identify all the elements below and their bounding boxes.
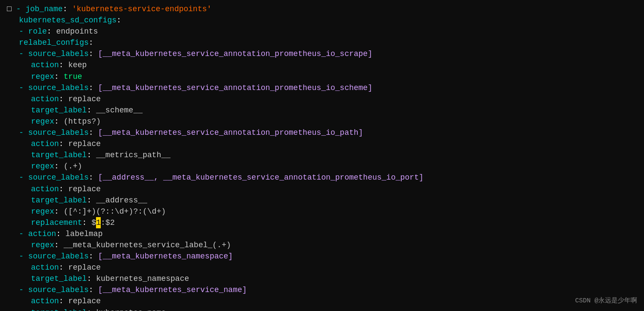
code-line: kubernetes_sd_configs: xyxy=(7,15,637,26)
code-token: (https?) xyxy=(64,116,101,127)
code-token: : xyxy=(59,295,68,307)
code-line: action: replace xyxy=(7,93,637,105)
code-line: action: replace xyxy=(7,183,637,195)
code-token: - xyxy=(19,48,28,59)
code-token: 'kubernetes-service-endpoints' xyxy=(72,3,211,15)
code-line: - source_labels: [__meta_kubernetes_serv… xyxy=(7,284,637,295)
code-token: source_labels xyxy=(28,251,89,262)
code-line: target_label: __metrics_path__ xyxy=(7,149,637,161)
code-token: : xyxy=(47,26,56,37)
code-line: target_label: kubernetes_name xyxy=(7,307,637,311)
code-token: kubernetes_name xyxy=(96,307,166,311)
code-token: kubernetes_sd_configs xyxy=(19,15,117,26)
code-token: - xyxy=(19,82,28,93)
code-token: : xyxy=(89,127,98,138)
code-token: source_labels xyxy=(28,82,89,93)
code-token: labelmap xyxy=(65,228,102,239)
code-token: : xyxy=(59,138,68,149)
code-token: true xyxy=(64,71,82,82)
code-token: replace xyxy=(68,93,101,105)
code-token: replace xyxy=(68,138,101,149)
code-token: target_label xyxy=(31,105,87,116)
highlighted-char: 1 xyxy=(96,217,101,228)
code-line: - source_labels: [__meta_kubernetes_serv… xyxy=(7,82,637,93)
code-token: regex xyxy=(31,116,54,127)
code-token: : xyxy=(87,149,96,161)
code-token: : xyxy=(87,307,96,311)
code-line: action: keep xyxy=(7,59,637,71)
code-line: - source_labels: [__meta_kubernetes_name… xyxy=(7,251,637,262)
code-token: source_labels xyxy=(28,127,89,138)
code-token: action xyxy=(31,262,59,273)
code-line: - source_labels: [__meta_kubernetes_serv… xyxy=(7,48,637,59)
code-token: :$2 xyxy=(101,217,115,228)
code-token: □ xyxy=(7,3,12,15)
code-line: target_label: __scheme__ xyxy=(7,105,637,116)
code-token: : xyxy=(82,217,92,228)
code-token: : xyxy=(89,48,98,59)
code-token: : xyxy=(89,37,93,48)
code-line: action: replace xyxy=(7,138,637,149)
code-token: : xyxy=(56,228,65,239)
code-line: regex: (https?) xyxy=(7,116,637,127)
code-token: __scheme__ xyxy=(96,105,142,116)
code-token: target_label xyxy=(31,307,87,311)
code-token: replace xyxy=(68,262,101,273)
code-line: regex: __meta_kubernetes_service_label_(… xyxy=(7,239,637,251)
code-token: - xyxy=(19,251,28,262)
code-line: - action: labelmap xyxy=(7,228,637,239)
code-token: target_label xyxy=(31,195,87,206)
code-block: □ - job_name: 'kubernetes-service-endpoi… xyxy=(0,0,644,311)
code-token: replace xyxy=(68,183,101,195)
code-token: : xyxy=(87,195,96,206)
code-token: : xyxy=(54,206,64,217)
watermark-text: CSDN @永远是少年啊 xyxy=(575,296,637,306)
code-token: [__address__, __meta_kubernetes_service_… xyxy=(98,172,424,183)
code-token: [__meta_kubernetes_service_annotation_pr… xyxy=(98,127,363,138)
code-token: - xyxy=(19,228,28,239)
code-token: __meta_kubernetes_service_label_(.+) xyxy=(64,239,231,251)
code-token: - xyxy=(12,3,25,15)
code-token: action xyxy=(31,295,59,307)
code-token: relabel_configs xyxy=(19,37,89,48)
code-line: target_label: kubernetes_namespace xyxy=(7,273,637,284)
code-token: $ xyxy=(91,217,96,228)
code-token: __metrics_path__ xyxy=(96,149,170,161)
code-token: : xyxy=(89,251,98,262)
code-token: regex xyxy=(31,206,54,217)
code-token: : xyxy=(54,239,64,251)
code-token: action xyxy=(31,93,59,105)
code-token: kubernetes_namespace xyxy=(96,273,189,284)
code-token: [__meta_kubernetes_service_annotation_pr… xyxy=(98,48,372,59)
code-token: endpoints xyxy=(56,26,98,37)
code-line: action: replace xyxy=(7,262,637,273)
code-token: regex xyxy=(31,239,54,251)
code-token: source_labels xyxy=(28,172,89,183)
code-token: : xyxy=(89,82,98,93)
code-token: [__meta_kubernetes_namespace] xyxy=(98,251,233,262)
code-line: □ - job_name: 'kubernetes-service-endpoi… xyxy=(7,3,637,15)
code-token: replacement xyxy=(31,217,82,228)
code-token: : xyxy=(87,105,96,116)
code-line: - source_labels: [__address__, __meta_ku… xyxy=(7,172,637,183)
code-token: target_label xyxy=(31,149,87,161)
code-token: replace xyxy=(68,295,101,307)
code-token: (.+) xyxy=(64,161,82,172)
code-line: regex: (.+) xyxy=(7,161,637,172)
code-token: action xyxy=(31,59,59,71)
code-token: role xyxy=(28,26,47,37)
code-line: target_label: __address__ xyxy=(7,195,637,206)
code-token: : xyxy=(54,116,64,127)
code-line: - role: endpoints xyxy=(7,26,637,37)
code-line: relabel_configs: xyxy=(7,37,637,48)
code-token: target_label xyxy=(31,273,87,284)
code-token: [__meta_kubernetes_service_annotation_pr… xyxy=(98,82,372,93)
code-token: regex xyxy=(31,71,54,82)
code-token: - xyxy=(19,26,28,37)
code-token: regex xyxy=(31,161,54,172)
code-token: : xyxy=(63,3,72,15)
code-line: replacement: $1:$2 xyxy=(7,217,637,228)
code-token: : xyxy=(59,59,68,71)
code-token: : xyxy=(54,71,64,82)
code-token: : xyxy=(89,172,98,183)
